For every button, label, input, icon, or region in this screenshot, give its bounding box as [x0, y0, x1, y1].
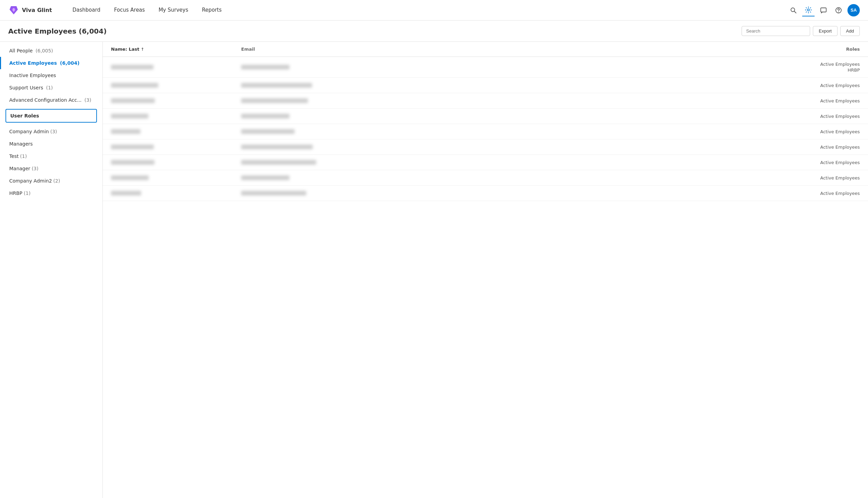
cell-roles: Active EmployeesHRBP: [764, 62, 860, 73]
navbar-actions: SA: [787, 4, 860, 16]
sidebar-item-active-employees[interactable]: Active Employees (6,004): [0, 57, 102, 69]
cell-roles: Active Employees: [764, 191, 860, 196]
table-row[interactable]: Active Employees: [103, 139, 868, 155]
sidebar-item-role[interactable]: Company Admin2(2): [0, 175, 102, 187]
svg-point-8: [838, 12, 839, 12]
help-icon: [835, 7, 842, 14]
role-items: Company Admin(3)ManagersTest(1)Manager(3…: [0, 125, 102, 199]
table-row[interactable]: Active Employees: [103, 78, 868, 93]
table-row[interactable]: Active Employees: [103, 124, 868, 139]
main-content: Name: Last ↑ Email Roles: [103, 42, 868, 498]
settings-button[interactable]: [802, 4, 815, 16]
cell-email: [241, 190, 764, 196]
messages-button[interactable]: [817, 4, 830, 16]
sort-arrow-icon: ↑: [141, 47, 144, 52]
table-row[interactable]: Active EmployeesHRBP: [103, 57, 868, 78]
cell-roles: Active Employees: [764, 83, 860, 88]
page-container: Active Employees (6,004) Export Add All …: [0, 21, 868, 498]
sidebar-item-advanced-config[interactable]: Advanced Configuration Acc... (3): [0, 94, 102, 106]
cell-name: [111, 98, 241, 103]
page-title: Active Employees (6,004): [8, 27, 736, 35]
sidebar-item-role[interactable]: Manager(3): [0, 162, 102, 175]
cell-name: [111, 144, 241, 150]
cell-name: [111, 129, 241, 134]
user-avatar-button[interactable]: SA: [847, 4, 860, 16]
col-name-header[interactable]: Name: Last ↑: [111, 47, 241, 52]
chat-icon: [820, 7, 827, 14]
table-row[interactable]: Active Employees: [103, 155, 868, 170]
svg-rect-6: [821, 8, 826, 12]
export-button[interactable]: Export: [813, 26, 838, 36]
nav-item-reports[interactable]: Reports: [195, 0, 228, 21]
page-header: Active Employees (6,004) Export Add: [0, 21, 868, 42]
cell-roles: Active Employees: [764, 129, 860, 134]
add-button[interactable]: Add: [840, 26, 860, 36]
sidebar: All People (6,005) Active Employees (6,0…: [0, 42, 103, 498]
table-header: Name: Last ↑ Email Roles: [103, 42, 868, 57]
cell-name: [111, 113, 241, 119]
col-roles-header[interactable]: Roles: [764, 47, 860, 52]
cell-email: [241, 129, 764, 134]
svg-line-4: [794, 11, 796, 13]
svg-point-5: [807, 9, 809, 11]
app-title: Viva Glint: [22, 7, 52, 13]
table-container: Name: Last ↑ Email Roles: [103, 42, 868, 201]
sidebar-item-all-people[interactable]: All People (6,005): [0, 45, 102, 57]
search-button[interactable]: [787, 4, 799, 16]
cell-name: [111, 190, 241, 196]
cell-roles: Active Employees: [764, 160, 860, 165]
header-actions: Export Add: [742, 26, 860, 36]
cell-name: [111, 160, 241, 165]
cell-email: [241, 64, 764, 70]
cell-name: [111, 64, 241, 70]
cell-email: [241, 83, 764, 88]
nav-menu: Dashboard Focus Areas My Surveys Reports: [66, 0, 787, 20]
logo[interactable]: Viva Glint: [8, 5, 52, 16]
sidebar-item-support-users[interactable]: Support Users (1): [0, 82, 102, 94]
cell-roles: Active Employees: [764, 114, 860, 119]
content-area: All People (6,005) Active Employees (6,0…: [0, 42, 868, 498]
sidebar-item-role[interactable]: Test(1): [0, 150, 102, 162]
cell-name: [111, 175, 241, 180]
table-rows: Active EmployeesHRBP Active Employees: [103, 57, 868, 201]
viva-glint-logo-icon: [8, 5, 19, 16]
table-row[interactable]: Active Employees: [103, 170, 868, 186]
cell-name: [111, 83, 241, 88]
table-row[interactable]: Active Employees: [103, 109, 868, 124]
table-row[interactable]: Active Employees: [103, 186, 868, 201]
sidebar-item-role[interactable]: Managers: [0, 138, 102, 150]
sidebar-item-inactive-employees[interactable]: Inactive Employees: [0, 69, 102, 82]
cell-roles: Active Employees: [764, 145, 860, 150]
nav-item-dashboard[interactable]: Dashboard: [66, 0, 107, 21]
table-row[interactable]: Active Employees: [103, 93, 868, 109]
sidebar-item-user-roles[interactable]: User Roles: [5, 109, 97, 123]
cell-email: [241, 175, 764, 180]
navbar: Viva Glint Dashboard Focus Areas My Surv…: [0, 0, 868, 21]
search-input[interactable]: [742, 26, 810, 36]
gear-icon: [805, 6, 812, 14]
cell-email: [241, 160, 764, 165]
cell-email: [241, 113, 764, 119]
nav-item-my-surveys[interactable]: My Surveys: [152, 0, 195, 21]
search-icon: [790, 7, 797, 14]
help-button[interactable]: [832, 4, 845, 16]
sidebar-item-role[interactable]: Company Admin(3): [0, 125, 102, 138]
cell-roles: Active Employees: [764, 98, 860, 103]
cell-email: [241, 98, 764, 103]
nav-item-focus-areas[interactable]: Focus Areas: [107, 0, 152, 21]
cell-email: [241, 144, 764, 150]
col-email-header[interactable]: Email: [241, 47, 764, 52]
sidebar-item-role[interactable]: HRBP(1): [0, 187, 102, 199]
svg-point-3: [791, 8, 795, 12]
cell-roles: Active Employees: [764, 175, 860, 180]
